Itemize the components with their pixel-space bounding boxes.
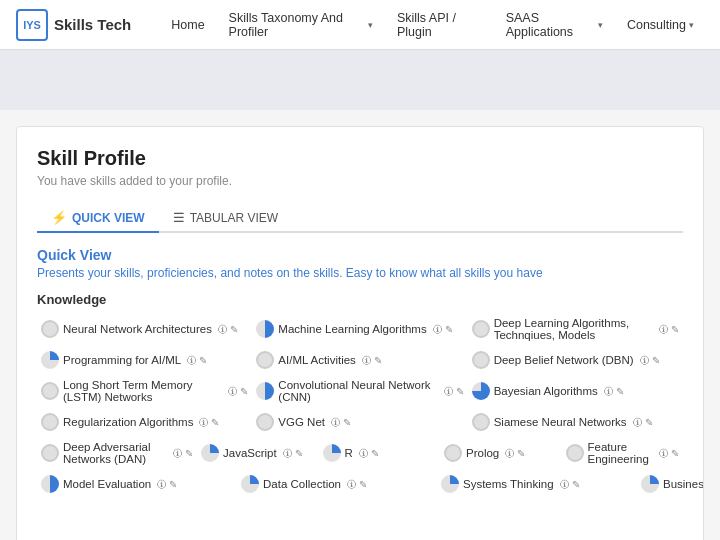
info-icon[interactable]: 🛈: [659, 324, 669, 335]
tab-tabular-view[interactable]: ☰ TABULAR VIEW: [159, 204, 292, 233]
list-item: Systems Thinking 🛈 ✎: [437, 473, 637, 495]
chevron-down-icon: ▾: [368, 20, 373, 30]
skill-action-icons: 🛈 ✎: [560, 479, 580, 490]
edit-icon[interactable]: ✎: [343, 417, 351, 428]
nav-item-skills-taxonomy[interactable]: Skills Taxonomy And Profiler ▾: [219, 5, 383, 45]
edit-icon[interactable]: ✎: [671, 324, 679, 335]
skill-action-icons: 🛈 ✎: [359, 448, 379, 459]
list-item: Feature Engineering 🛈 ✎: [562, 439, 684, 467]
skill-proficiency-circle: [641, 475, 659, 493]
info-icon[interactable]: 🛈: [640, 355, 650, 366]
list-item: Business Acumen 🛈 ✎: [637, 473, 704, 495]
info-icon[interactable]: 🛈: [228, 386, 238, 397]
nav-item-home[interactable]: Home: [161, 12, 214, 38]
nav-item-consulting[interactable]: Consulting ▾: [617, 12, 704, 38]
list-item: Long Short Term Memory (LSTM) Networks 🛈…: [37, 377, 252, 405]
edit-icon[interactable]: ✎: [359, 479, 367, 490]
edit-icon[interactable]: ✎: [295, 448, 303, 459]
list-item: JavaScript 🛈 ✎: [197, 442, 319, 464]
edit-icon[interactable]: ✎: [169, 479, 177, 490]
edit-icon[interactable]: ✎: [445, 324, 453, 335]
skill-proficiency-circle: [41, 351, 59, 369]
list-item: Programming for AI/ML 🛈 ✎: [37, 349, 252, 371]
skill-action-icons: 🛈 ✎: [218, 324, 238, 335]
edit-icon[interactable]: ✎: [199, 355, 207, 366]
tab-quick-view[interactable]: ⚡ QUICK VIEW: [37, 204, 159, 233]
edit-icon[interactable]: ✎: [652, 355, 660, 366]
edit-icon[interactable]: ✎: [211, 417, 219, 428]
info-icon[interactable]: 🛈: [633, 417, 643, 428]
skill-name: Data Collection: [263, 478, 341, 490]
info-icon[interactable]: 🛈: [283, 448, 293, 459]
tabs-bar: ⚡ QUICK VIEW ☰ TABULAR VIEW: [37, 204, 683, 233]
skill-proficiency-circle: [472, 351, 490, 369]
edit-icon[interactable]: ✎: [645, 417, 653, 428]
info-icon[interactable]: 🛈: [659, 448, 669, 459]
brand-logo-text: IYS: [23, 19, 41, 31]
skill-action-icons: 🛈 ✎: [604, 386, 624, 397]
edit-icon[interactable]: ✎: [230, 324, 238, 335]
list-item: Machine Learning Algorithms 🛈 ✎: [252, 318, 467, 340]
skill-name: Regularization Algorithms: [63, 416, 193, 428]
info-icon[interactable]: 🛈: [187, 355, 197, 366]
nav-items: Home Skills Taxonomy And Profiler ▾ Skil…: [161, 5, 704, 45]
info-icon[interactable]: 🛈: [218, 324, 228, 335]
skill-action-icons: 🛈 ✎: [444, 386, 464, 397]
skill-proficiency-circle: [256, 351, 274, 369]
brand-name: Skills Tech: [54, 16, 131, 33]
info-icon[interactable]: 🛈: [157, 479, 167, 490]
list-item: Siamese Neural Networks 🛈 ✎: [468, 411, 683, 433]
edit-icon[interactable]: ✎: [240, 386, 248, 397]
edit-icon[interactable]: ✎: [185, 448, 193, 459]
info-icon[interactable]: 🛈: [347, 479, 357, 490]
skill-proficiency-circle: [41, 475, 59, 493]
page-subtitle: You have skills added to your profile.: [37, 174, 683, 188]
skill-row-1: Neural Network Architectures 🛈 ✎ Machine…: [37, 315, 683, 343]
nav-consulting-label: Consulting: [627, 18, 686, 32]
edit-icon[interactable]: ✎: [456, 386, 464, 397]
list-item: Deep Adversarial Networks (DAN) 🛈 ✎: [37, 439, 197, 467]
info-icon[interactable]: 🛈: [199, 417, 209, 428]
skill-proficiency-circle: [41, 320, 59, 338]
skill-name: AI/ML Activities: [278, 354, 356, 366]
skill-proficiency-circle: [256, 382, 274, 400]
edit-icon[interactable]: ✎: [371, 448, 379, 459]
edit-icon[interactable]: ✎: [616, 386, 624, 397]
skill-action-icons: 🛈 ✎: [331, 417, 351, 428]
brand-logo-link[interactable]: IYS Skills Tech: [16, 9, 131, 41]
skill-name: Business Acumen: [663, 478, 704, 490]
info-icon[interactable]: 🛈: [505, 448, 515, 459]
info-icon[interactable]: 🛈: [433, 324, 443, 335]
edit-icon[interactable]: ✎: [572, 479, 580, 490]
edit-icon[interactable]: ✎: [374, 355, 382, 366]
info-icon[interactable]: 🛈: [331, 417, 341, 428]
info-icon[interactable]: 🛈: [560, 479, 570, 490]
skill-action-icons: 🛈 ✎: [659, 448, 679, 459]
edit-icon[interactable]: ✎: [517, 448, 525, 459]
skill-action-icons: 🛈 ✎: [199, 417, 219, 428]
skill-name: Siamese Neural Networks: [494, 416, 627, 428]
skill-name: Deep Belief Network (DBN): [494, 354, 634, 366]
info-icon[interactable]: 🛈: [362, 355, 372, 366]
skill-row-5: Deep Adversarial Networks (DAN) 🛈 ✎ Java…: [37, 439, 683, 467]
nav-item-saas[interactable]: SAAS Applications ▾: [496, 5, 613, 45]
info-icon[interactable]: 🛈: [444, 386, 454, 397]
edit-icon[interactable]: ✎: [671, 448, 679, 459]
skill-name: R: [345, 447, 353, 459]
skill-proficiency-circle: [444, 444, 462, 462]
nav-item-skills-api[interactable]: Skills API / Plugin: [387, 5, 492, 45]
list-item: Deep Belief Network (DBN) 🛈 ✎: [468, 349, 683, 371]
chevron-down-icon-consulting: ▾: [689, 20, 694, 30]
skill-proficiency-circle: [256, 320, 274, 338]
skill-row-4: Regularization Algorithms 🛈 ✎ VGG Net 🛈 …: [37, 411, 683, 433]
skill-action-icons: 🛈 ✎: [187, 355, 207, 366]
skill-action-icons: 🛈 ✎: [283, 448, 303, 459]
knowledge-category-label: Knowledge: [37, 292, 683, 307]
hero-banner: [0, 50, 720, 110]
skill-action-icons: 🛈 ✎: [362, 355, 382, 366]
info-icon[interactable]: 🛈: [359, 448, 369, 459]
info-icon[interactable]: 🛈: [173, 448, 183, 459]
skill-proficiency-circle: [472, 382, 490, 400]
skill-proficiency-circle: [41, 382, 59, 400]
info-icon[interactable]: 🛈: [604, 386, 614, 397]
